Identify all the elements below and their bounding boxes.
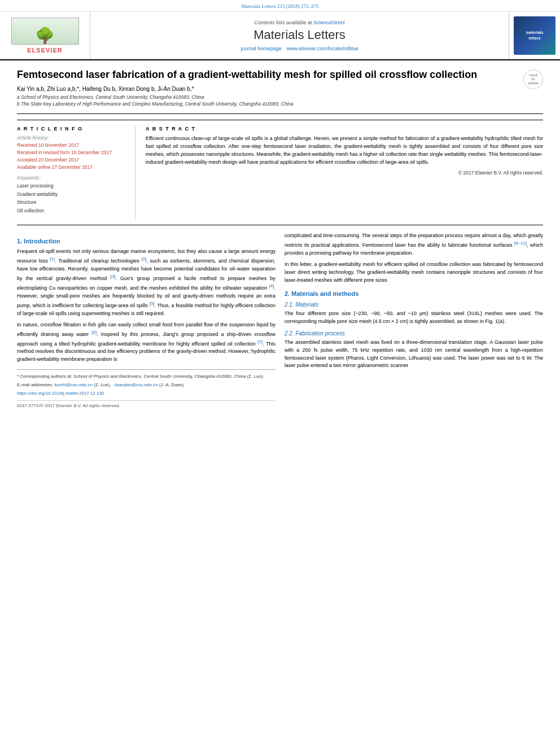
- affiliation-a: a School of Physics and Electronics, Cen…: [17, 94, 518, 100]
- elsevier-text: ELSEVIER: [27, 47, 62, 54]
- received-text: Received 10 November 2017: [17, 142, 127, 149]
- abstract-label: A B S T R A C T: [146, 126, 543, 132]
- section21-text: The four different pore size (~230, ~90,…: [285, 310, 543, 326]
- ref1: [1]: [50, 256, 55, 261]
- section21-heading: 2.1. Materials: [285, 302, 543, 308]
- check-update-badge: Checkforupdates: [523, 69, 543, 89]
- doi-text: Materials Letters 215 (2018) 272–275: [242, 3, 319, 9]
- section1-para1: Frequent oil-spill events not only serio…: [17, 248, 275, 318]
- email1-name: (Z. Luo),: [94, 382, 111, 387]
- footnote-email: E-mail addresses: luozhi@csu.edu.cn (Z. …: [17, 382, 275, 388]
- email1-link[interactable]: luozhi@csu.edu.cn: [54, 382, 93, 387]
- copyright-line: © 2017 Elsevier B.V. All rights reserved…: [146, 170, 543, 176]
- materials-letters-badge: materials letters: [514, 16, 555, 55]
- footer-bar: 0167-577X/© 2017 Elsevier B.V. All right…: [17, 400, 275, 408]
- section22-heading: 2.2. Fabrication process: [285, 330, 543, 337]
- revised-text: Received in revised form 15 December 201…: [17, 149, 127, 156]
- journal-homepage: journal homepage: www.elsevier.com/locat…: [240, 46, 358, 51]
- keywords-list: Laser processing Gradient wettability St…: [17, 182, 127, 215]
- badge-line2: letters: [528, 36, 540, 41]
- homepage-label: journal homepage:: [240, 46, 283, 51]
- keyword-3: Structure: [17, 198, 127, 206]
- authors-line: Kai Yin a,b, Zhi Luo a,b,*, Haifeng Du b…: [17, 86, 518, 92]
- elsevier-logo: ELSEVIER: [11, 18, 79, 54]
- keyword-2: Gradient wettability: [17, 190, 127, 198]
- ref6: [6]: [91, 330, 97, 335]
- homepage-url[interactable]: www.elsevier.com/locate/mlblue: [287, 46, 358, 51]
- article-info-label: A R T I C L E I N F O: [17, 126, 127, 132]
- footnote-area: * Corresponding authors at: School of Ph…: [17, 369, 275, 408]
- elsevier-tree-graphic: [11, 18, 79, 45]
- article-content: Femtosecond laser fabrication of a gradi…: [0, 60, 560, 416]
- page: Materials Letters 215 (2018) 272–275 ELS…: [0, 0, 560, 747]
- email2-link[interactable]: duanjian@csu.edu.cn: [115, 382, 158, 387]
- available-text: Available online 27 December 2017: [17, 164, 127, 171]
- section2-heading: 2. Materials and methods: [285, 290, 543, 297]
- article-title: Femtosecond laser fabrication of a gradi…: [17, 68, 518, 81]
- badge-line1: materials: [526, 30, 544, 36]
- contents-text: Contents lists available at: [254, 20, 312, 25]
- article-title-section: Femtosecond laser fabrication of a gradi…: [17, 68, 543, 114]
- affiliation-b: b The State Key Laboratory of High Perfo…: [17, 101, 518, 107]
- section1-right-para2: In this letter, a gradient-wettability m…: [285, 261, 543, 285]
- journal-title: Materials Letters: [253, 28, 345, 42]
- col-left: 1. Introduction Frequent oil-spill event…: [17, 232, 275, 408]
- info-abstract-row: A R T I C L E I N F O Article history: R…: [17, 120, 543, 225]
- footnote-corresponding: * Corresponding authors at: School of Ph…: [17, 373, 275, 380]
- section1-para2: In nature, crossflow filtration in fish …: [17, 321, 275, 364]
- keywords-label: Keywords:: [17, 175, 127, 181]
- email2-name: (J.-A. Duan).: [159, 382, 185, 387]
- keywords-section: Keywords: Laser processing Gradient wett…: [17, 175, 127, 215]
- abstract-text: Efficient continuous clean-up of large-s…: [146, 135, 543, 167]
- check-update-text: Checkforupdates: [528, 73, 538, 86]
- abstract-panel: A B S T R A C T Efficient continuous cle…: [146, 126, 543, 219]
- body-columns: 1. Introduction Frequent oil-spill event…: [17, 232, 543, 408]
- article-info-panel: A R T I C L E I N F O Article history: R…: [17, 126, 135, 219]
- sciencedirect-name[interactable]: ScienceDirect: [313, 20, 345, 25]
- journal-header-logo: ELSEVIER: [0, 12, 90, 59]
- section1-right-para1: complicated and time-consuming. The seve…: [285, 232, 543, 257]
- keyword-4: Oil collection: [17, 207, 127, 215]
- email-label: E-mail addresses:: [17, 382, 53, 387]
- history-section: Article history: Received 10 November 20…: [17, 135, 127, 171]
- section22-text: The assembled stainless steel mesh was f…: [285, 339, 543, 370]
- ref8-11: [8–11]: [514, 241, 527, 246]
- journal-header-badge: materials letters: [509, 12, 560, 59]
- ref3: [3]: [110, 274, 115, 279]
- doi-bar: Materials Letters 215 (2018) 272–275: [0, 0, 560, 12]
- col-right: complicated and time-consuming. The seve…: [285, 232, 543, 408]
- authors-text: Kai Yin a,b, Zhi Luo a,b,*, Haifeng Du b…: [17, 86, 194, 92]
- sciencedirect-line: Contents lists available at ScienceDirec…: [254, 20, 344, 25]
- keyword-1: Laser processing: [17, 182, 127, 190]
- journal-header-center: Contents lists available at ScienceDirec…: [90, 12, 509, 59]
- journal-header: ELSEVIER Contents lists available at Sci…: [0, 12, 560, 60]
- doi-footer-link[interactable]: https://doi.org/10.1016/j.matlet.2017.12…: [17, 391, 275, 396]
- accepted-text: Accepted 23 December 2017: [17, 156, 127, 164]
- article-title-area: Femtosecond laser fabrication of a gradi…: [17, 68, 518, 108]
- ref4: [4]: [269, 283, 274, 289]
- history-label: Article history:: [17, 135, 127, 141]
- ref7: [7]: [257, 339, 262, 344]
- ref5: [5]: [149, 301, 154, 306]
- footer-issn: 0167-577X/© 2017 Elsevier B.V. All right…: [17, 403, 120, 408]
- ref2: [2]: [142, 256, 147, 261]
- section1-heading: 1. Introduction: [17, 238, 275, 244]
